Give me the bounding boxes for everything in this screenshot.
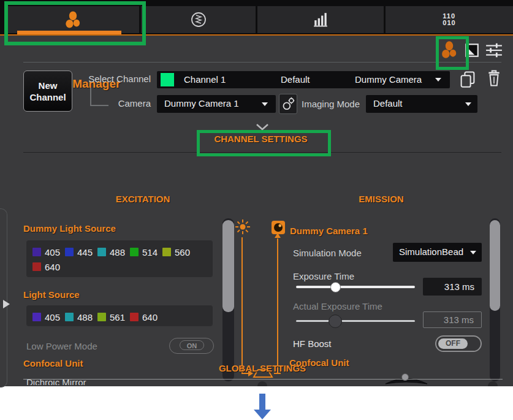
trash-icon [486, 69, 502, 88]
delete-channel-button[interactable] [486, 69, 502, 90]
hf-boost-label: HF Boost [293, 338, 332, 349]
wavelength-swatch [130, 248, 139, 256]
channels-view-button[interactable] [440, 39, 458, 63]
wavelength-label: 445 [77, 247, 93, 258]
simulation-mode-label: Simulation Mode [293, 248, 362, 258]
new-channel-button[interactable]: New Channel [23, 71, 72, 112]
confocal-unit-title-excitation: Confocal Unit [23, 358, 83, 368]
low-power-mode-toggle[interactable]: ON [169, 338, 214, 354]
imaging-mode-dropdown[interactable]: Default [366, 95, 477, 113]
wavelength-swatch [32, 248, 41, 256]
tab-spinning-disk[interactable] [141, 6, 256, 33]
camera-settings-button[interactable] [279, 94, 297, 114]
channel-settings-area: EXCITATION EMISSION Dummy Light Source 4… [0, 188, 513, 385]
actual-exposure-time-value: 313 ms [423, 311, 482, 328]
wavelength-chip[interactable]: 560 [162, 245, 195, 259]
top-tab-bar: 110 010 [0, 0, 513, 36]
caret-down-icon [470, 251, 476, 254]
imaging-mode-value: Default [373, 98, 403, 109]
channel-color-swatch [161, 73, 174, 86]
dichroic-mirror-label: Dichroic Mirror [26, 377, 86, 385]
binary-icon: 110 010 [443, 13, 455, 26]
channel-camera: Dummy Camera [355, 74, 422, 85]
light-source-title: Light Source [23, 289, 80, 300]
channel-profile: Default [281, 74, 310, 85]
wavelength-chip[interactable]: 640 [32, 259, 65, 274]
excitation-scrollbar-thumb[interactable] [222, 220, 234, 312]
wavelength-swatch [97, 313, 106, 321]
wavelength-chip[interactable]: 514 [130, 245, 162, 259]
select-channel-dropdown[interactable]: Channel 1 Default Dummy Camera [157, 71, 450, 88]
wavelength-swatch [32, 313, 41, 321]
channels-icon [64, 10, 82, 29]
channels-icon-small [440, 39, 458, 60]
camera-gear-icon [279, 94, 297, 113]
tab-histogram[interactable] [257, 6, 384, 33]
global-settings-divider [23, 379, 503, 380]
tab-binary-output[interactable]: 110 010 [386, 6, 513, 33]
light-source-sun-icon [235, 219, 251, 237]
global-settings-title: GLOBAL SETTINGS [201, 363, 324, 373]
spinning-disk-icon [190, 11, 207, 28]
binary-line-2: 010 [443, 20, 455, 26]
slider-thumb [329, 315, 342, 328]
channel-manager-panel: Channel Manager [0, 36, 513, 386]
simulation-mode-dropdown[interactable]: SimulationBead [393, 243, 482, 262]
wavelength-swatch [130, 313, 139, 321]
wavelength-label: 640 [45, 262, 60, 272]
wavelength-swatch [65, 248, 74, 256]
sliders-icon [484, 42, 504, 59]
simulation-mode-value: SimulationBead [399, 246, 463, 257]
caret-down-icon [465, 102, 471, 106]
wavelength-chip[interactable]: 488 [65, 310, 97, 324]
wavelength-label: 488 [77, 312, 93, 323]
wavelength-label: 514 [142, 247, 158, 258]
expand-drawer-handle[interactable] [3, 300, 10, 308]
wavelength-chip[interactable]: 488 [97, 245, 130, 259]
wavelength-swatch [65, 313, 74, 321]
wavelength-label: 405 [45, 312, 60, 323]
channel-settings-divider [23, 152, 501, 153]
actual-exposure-time-label: Actual Exposure Time [293, 301, 382, 311]
wavelength-chip[interactable]: 405 [32, 310, 65, 324]
wavelength-label: 561 [110, 312, 125, 323]
wavelength-chip[interactable]: 640 [130, 310, 162, 324]
imaging-mode-label: Imaging Mode [302, 99, 360, 109]
tab-channel-manager[interactable] [6, 6, 139, 33]
slider-thumb[interactable] [330, 282, 341, 292]
settings-sliders-button[interactable] [484, 42, 504, 61]
side-drawer-tab [0, 208, 7, 388]
dummy-light-source-panel: 405 445 488 514 560 640 [26, 240, 213, 277]
emission-scrollbar-thumb[interactable] [490, 220, 500, 311]
low-power-mode-label: Low Power Mode [26, 341, 97, 351]
channel-manager-window: 110 010 Channel Manager [0, 0, 513, 420]
wavelength-chip[interactable]: 561 [97, 310, 130, 324]
wavelength-label: 640 [142, 312, 158, 323]
excitation-scrollbar[interactable] [222, 218, 234, 381]
excitation-title: EXCITATION [82, 194, 204, 204]
contrast-icon [464, 42, 480, 58]
camera-label: Camera [92, 98, 151, 109]
contrast-button[interactable] [464, 42, 480, 61]
exposure-time-slider[interactable] [296, 280, 415, 294]
channel-name: Channel 1 [184, 74, 226, 85]
blue-arrow-head [254, 410, 271, 419]
wavelength-chip[interactable]: 445 [65, 245, 97, 259]
collapse-section-chevron[interactable] [256, 123, 269, 134]
excitation-path-line [241, 237, 243, 374]
wavelength-chip[interactable]: 405 [32, 245, 65, 259]
hf-boost-toggle[interactable]: OFF [435, 335, 482, 352]
emission-scrollbar[interactable] [490, 218, 500, 381]
wavelength-swatch [32, 262, 41, 271]
caret-down-icon [435, 78, 441, 82]
blue-arrow-annotation [259, 394, 265, 410]
camera-dropdown[interactable]: Dummy Camera 1 [157, 95, 276, 113]
caret-down-icon [262, 102, 268, 106]
wavelength-label: 488 [110, 247, 125, 258]
duplicate-channel-button[interactable] [458, 70, 477, 91]
wavelength-label: 560 [175, 247, 190, 258]
exposure-time-value[interactable]: 313 ms [423, 278, 482, 296]
camera-value: Dummy Camera 1 [164, 98, 239, 109]
slider-track[interactable] [296, 286, 415, 288]
light-source-panel: 405 488 561 640 [26, 305, 213, 326]
